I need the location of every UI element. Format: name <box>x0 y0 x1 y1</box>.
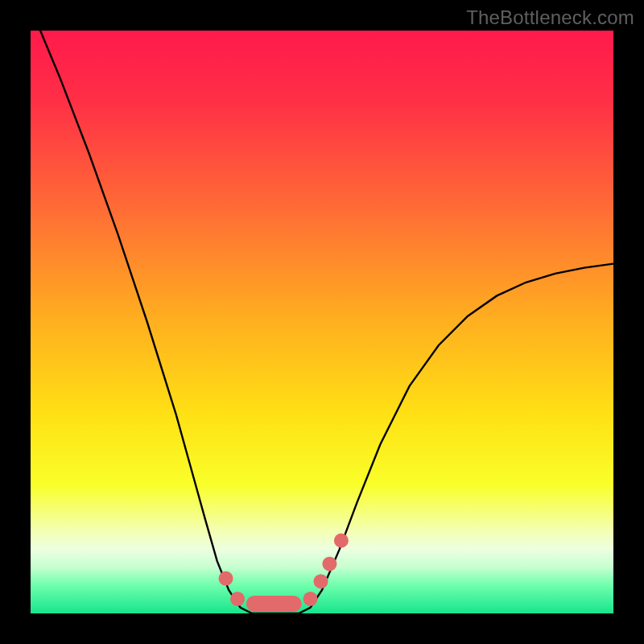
curve-marker <box>303 592 318 606</box>
curve-marker <box>230 592 245 606</box>
bottleneck-curve <box>31 7 613 613</box>
watermark-text: TheBottleneck.com <box>466 6 634 29</box>
curve-marker <box>322 556 336 571</box>
chart-frame: TheBottleneck.com <box>0 0 644 644</box>
curve-marker <box>334 534 349 548</box>
curve-marker <box>314 574 328 588</box>
chart-svg <box>31 31 613 613</box>
curve-marker <box>219 572 233 586</box>
optimum-band <box>246 596 302 612</box>
